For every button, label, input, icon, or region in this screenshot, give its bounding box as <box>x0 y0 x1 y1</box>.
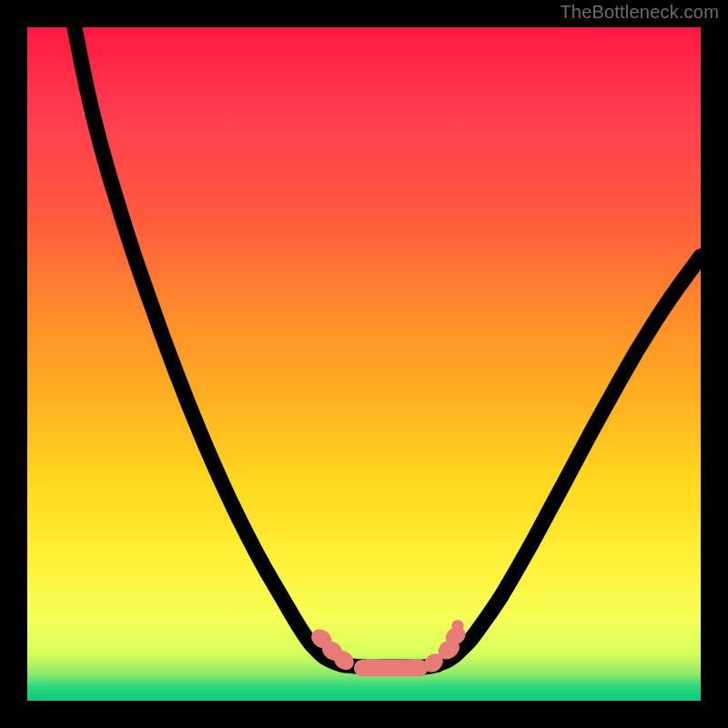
watermark-text: TheBottleneck.com <box>560 2 719 23</box>
marker-dot <box>440 642 450 652</box>
right-curve <box>438 257 701 664</box>
marker-flat <box>354 660 428 677</box>
marker-dot <box>451 620 463 632</box>
plot-area <box>27 27 701 701</box>
chart-svg <box>27 27 701 701</box>
left-curve <box>75 27 344 665</box>
chart-frame: TheBottleneck.com <box>0 0 728 728</box>
